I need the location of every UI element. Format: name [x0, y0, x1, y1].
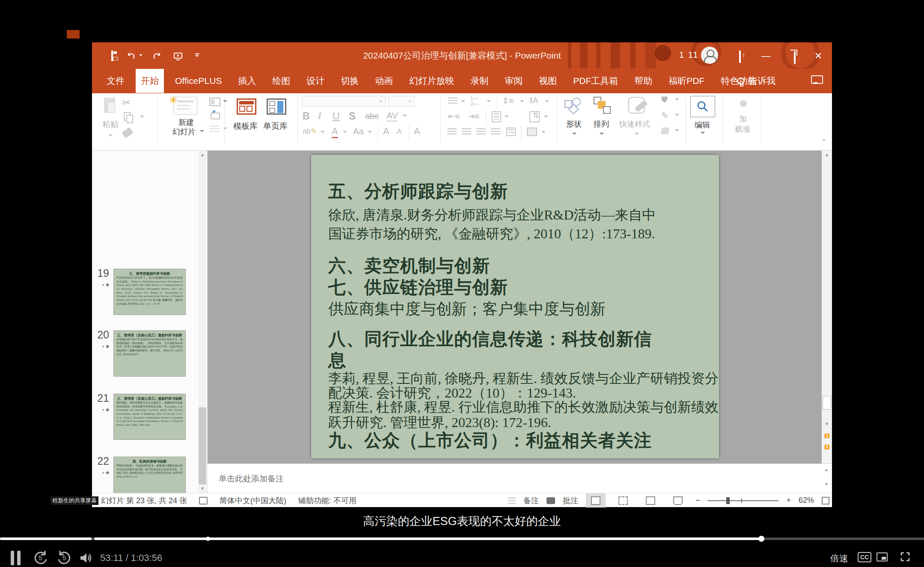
numbering-icon[interactable]: 1—2— — [470, 96, 478, 107]
text-direction-caret[interactable] — [545, 100, 549, 104]
tab-review[interactable]: 审阅 — [499, 69, 528, 93]
convert-smartart-caret[interactable] — [541, 131, 546, 135]
shape-effects-icon[interactable] — [660, 128, 669, 134]
quick-styles-button[interactable]: 快速样式 — [618, 97, 657, 140]
view-normal-button[interactable] — [586, 493, 606, 508]
editing-search-box[interactable] — [690, 96, 715, 117]
rewind-5-button[interactable]: 5 — [33, 549, 48, 566]
shape-fill-caret[interactable] — [675, 98, 679, 103]
underline-button[interactable]: U — [333, 110, 340, 122]
notes-scroll-up-icon[interactable]: ▲ — [823, 466, 830, 473]
playback-speed-button[interactable]: 倍速 — [830, 552, 848, 564]
tab-view[interactable]: 视图 — [534, 69, 562, 93]
change-case-caret[interactable] — [368, 131, 372, 135]
cut-icon[interactable]: ✂ — [122, 97, 131, 109]
tab-design[interactable]: 设计 — [301, 69, 330, 93]
section-icon[interactable] — [209, 126, 220, 132]
slide-thumbnail-22[interactable]: 四、机构投资者与创新 风险投资机构； 其他机构投资者。能够通过调解创新过程中面临… — [113, 457, 186, 493]
paste-caret[interactable] — [108, 134, 113, 139]
scroll-down-icon[interactable]: ▼ — [199, 485, 206, 492]
addins-button[interactable]: 加 载项 — [731, 99, 756, 140]
paste-button[interactable] — [101, 98, 119, 118]
current-slide-canvas[interactable]: 五、分析师跟踪与创新 徐欣, 唐清泉.财务分析师跟踪与企业R&D活动—来自中 国… — [311, 155, 719, 458]
tab-foxit-pdf[interactable]: 福昕PDF — [663, 69, 710, 93]
notes-pane[interactable]: 单击此处添加备注 ▲ ▼ — [208, 463, 832, 493]
notes-scroll-down-icon[interactable]: ▼ — [823, 481, 830, 488]
increase-indent-icon[interactable]: ⇥≡ — [468, 111, 479, 121]
volume-button[interactable] — [79, 551, 93, 565]
fullscreen-icon[interactable] — [900, 552, 910, 562]
scroll-down-icon[interactable]: ▼ — [823, 421, 831, 427]
tab-slideshow[interactable]: 幻灯片放映 — [404, 69, 459, 93]
font-color-button[interactable]: A — [332, 126, 338, 138]
align-center-icon[interactable] — [462, 128, 471, 135]
view-slideshow-button[interactable] — [668, 493, 688, 508]
tab-record[interactable]: 录制 — [465, 69, 493, 93]
scroll-up-icon[interactable]: ▲ — [823, 151, 831, 158]
undo-dropdown-caret[interactable] — [139, 54, 143, 58]
layout-caret[interactable] — [223, 100, 227, 104]
editing-label[interactable]: 编辑 — [695, 120, 710, 130]
shape-outline-caret[interactable] — [675, 114, 679, 118]
slide-thumbnail-19[interactable]: 三、管理层激励约束与创新 不完善的知识产权保护下，成功的薪酬机制更有利于促进企业… — [113, 269, 186, 315]
tell-me-button[interactable]: 告诉我 — [737, 68, 775, 93]
previous-slide-icon[interactable]: ⏫ — [823, 433, 831, 439]
font-size-combo[interactable] — [388, 96, 415, 107]
playhead[interactable] — [758, 536, 764, 542]
shape-fill-icon[interactable]: ⛊ — [661, 95, 668, 105]
tab-officeplus[interactable]: OfficePLUS — [170, 70, 227, 92]
shape-effects-caret[interactable] — [675, 129, 679, 134]
notes-toggle[interactable]: 备注 — [523, 496, 539, 506]
text-highlight-button[interactable]: ab✎ — [303, 127, 317, 136]
close-button[interactable]: ✕ — [812, 51, 825, 61]
shape-outline-icon[interactable]: ✎ — [661, 110, 668, 121]
line-spacing-icon[interactable]: ⇕≡ — [502, 96, 514, 106]
picture-in-picture-icon[interactable] — [876, 552, 888, 561]
change-case-button[interactable]: Aa — [353, 127, 363, 137]
next-slide-icon[interactable]: ⏬ — [823, 444, 831, 451]
paste-label[interactable]: 粘贴 — [102, 119, 119, 130]
thumbnail-scrollbar-thumb[interactable] — [199, 407, 206, 484]
accessibility-status[interactable]: 辅助功能: 不可用 — [298, 496, 357, 506]
align-left-icon[interactable] — [447, 128, 457, 135]
tab-insert[interactable]: 插入 — [233, 69, 261, 93]
zoom-percentage[interactable]: 62% — [799, 496, 814, 505]
notes-placeholder[interactable]: 单击此处添加备注 — [219, 473, 284, 484]
slide-thumbnail-20[interactable]: 三、管理层（及核心员工）激励约束与创新 长期激励是平衡公司短期目标与长期价值的有… — [113, 330, 186, 377]
shapes-button[interactable]: 形状 — [563, 97, 587, 140]
tab-draw[interactable]: 绘图 — [267, 69, 295, 93]
redo-icon[interactable] — [153, 52, 161, 60]
zoom-slider-thumb[interactable] — [726, 497, 730, 504]
thumbnail-scrollbar[interactable]: ▲ ▼ — [199, 151, 206, 493]
format-painter-icon[interactable] — [122, 127, 133, 138]
grow-font-button[interactable]: A — [383, 126, 389, 137]
customize-qat-icon[interactable] — [195, 53, 199, 59]
align-text-caret[interactable] — [544, 116, 548, 120]
language-indicator[interactable]: 简体中文(中国大陆) — [220, 496, 286, 506]
clear-formatting-button[interactable]: A — [414, 126, 420, 137]
undo-icon[interactable] — [127, 52, 135, 60]
add-text-box-icon[interactable] — [492, 111, 501, 122]
shrink-font-button[interactable]: A — [397, 128, 401, 136]
align-right-icon[interactable] — [476, 128, 486, 135]
numbering-caret[interactable] — [487, 100, 491, 104]
arrange-button[interactable]: 排列 — [590, 97, 614, 140]
convert-smartart-icon[interactable] — [527, 128, 537, 136]
tab-file[interactable]: 文件 — [101, 69, 130, 93]
fit-to-window-icon[interactable] — [822, 497, 829, 505]
tab-home[interactable]: 开始 — [136, 69, 164, 93]
ribbon-display-options-icon[interactable] — [732, 51, 745, 61]
shadow-button[interactable]: S — [349, 110, 355, 122]
comments-chat-icon[interactable] — [811, 75, 823, 84]
font-color-caret[interactable] — [343, 131, 347, 135]
strikethrough-button[interactable]: abc — [365, 111, 379, 121]
font-name-combo[interactable] — [302, 96, 386, 107]
scrollbar-thumb[interactable] — [823, 396, 831, 410]
copy-caret[interactable] — [140, 116, 144, 120]
restore-button[interactable] — [785, 51, 798, 61]
copy-icon[interactable] — [124, 112, 131, 121]
character-spacing-caret[interactable] — [403, 115, 407, 119]
bullets-caret[interactable] — [461, 100, 465, 104]
line-spacing-caret[interactable] — [520, 100, 524, 104]
tab-pdf-toolbox[interactable]: PDF工具箱 — [568, 69, 623, 93]
